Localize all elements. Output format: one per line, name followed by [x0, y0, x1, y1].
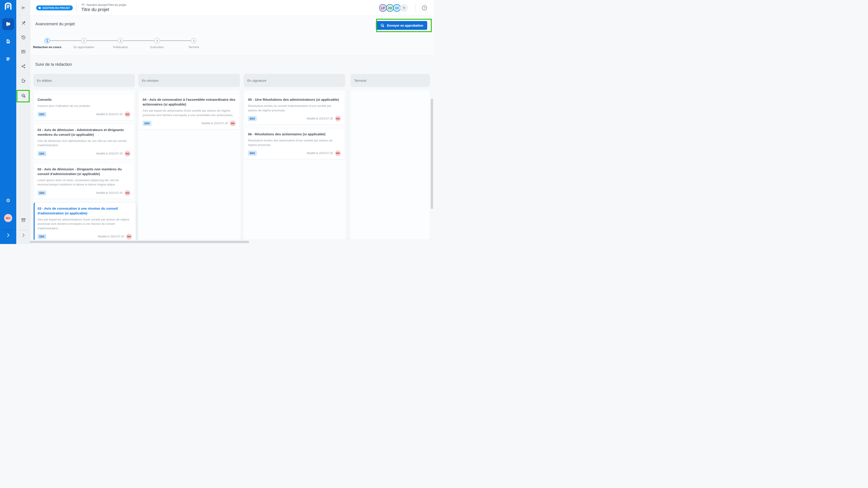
collapse-left-icon	[21, 5, 26, 11]
folder-icon	[38, 6, 41, 10]
card-description: Avis de démission d'un administrateur de…	[37, 139, 130, 148]
card-tag-badge: EDX	[37, 112, 46, 117]
card-tag-badge: EDX	[37, 151, 46, 156]
secondary-sidebar-divider	[19, 230, 28, 230]
column-header: Terminé	[350, 74, 430, 87]
card-tag-badge: EDX	[248, 151, 257, 156]
progress-step-3[interactable]: 3Publication	[102, 38, 139, 49]
list-icon	[5, 56, 11, 63]
export-icon	[21, 78, 26, 84]
sidebar-item-documents[interactable]	[0, 37, 16, 47]
share-button[interactable]	[16, 62, 30, 72]
card-modified-date: Modifié le 2023-07-20	[202, 122, 228, 125]
card-modified-date: Modifié le 2023-07-20	[96, 191, 123, 195]
collapse-sidebar-button[interactable]	[16, 3, 30, 13]
progress-stepper: Rédaction en cours2En approbation3Public…	[30, 16, 434, 55]
expand-secondary-rail-button[interactable]	[16, 231, 30, 240]
avatar-jw[interactable]: JW	[386, 4, 394, 12]
card-title: 02 - Avis de démission - Dirigeants non …	[37, 167, 130, 176]
card-modified-date: Modifié le 2023-07-20	[98, 235, 124, 238]
gear-icon: ⚙	[6, 198, 10, 203]
breadcrumb-text: Numéro dossier/Titre du projet	[87, 3, 126, 6]
document-card[interactable]: 02 - Avis de démission - Dirigeants non …	[34, 163, 134, 199]
step-number: 5	[191, 38, 196, 43]
card-footer: EDXModifié le 2023-07-20MA	[37, 190, 130, 196]
horizontal-scrollbar[interactable]	[30, 241, 249, 243]
app-logo[interactable]	[4, 2, 13, 11]
card-meta: Modifié le 2023-07-20MA	[307, 116, 341, 122]
step-number: 3	[118, 38, 123, 43]
card-description: Résolutions écrites des actionnaires d'u…	[248, 138, 341, 147]
history-icon	[21, 35, 26, 41]
project-tag-badge[interactable]: GESTION DU PROJET	[36, 5, 73, 10]
progress-step-2[interactable]: 2En approbation	[66, 38, 102, 49]
card-tag-badge: EDX	[248, 116, 257, 121]
share-icon	[21, 64, 26, 70]
review-notes-button[interactable]	[16, 47, 30, 57]
add-collaborator-button[interactable]: +	[400, 4, 408, 12]
approval-icon	[21, 93, 26, 99]
project-progress-section: Avancement du projet Envoyer en approbat…	[30, 16, 434, 55]
avatar-sk[interactable]: SK	[393, 4, 401, 12]
card-owner-avatar[interactable]: MA	[125, 151, 130, 157]
sidebar-item-projects-active[interactable]	[2, 18, 14, 30]
tools-button[interactable]	[16, 19, 30, 29]
hourglass-icon	[44, 38, 50, 43]
card-owner-avatar[interactable]: MA	[126, 234, 132, 239]
card-title: 06 - Résolutions des actionnaires (si ap…	[248, 132, 341, 136]
card-tag-badge: EDX	[37, 191, 46, 195]
kanban-column-3: En signature05 - 1ère Résolutions des ad…	[244, 74, 345, 240]
vertical-scrollbar[interactable]	[431, 99, 433, 209]
card-tag-badge: EDX	[37, 234, 46, 239]
step-label: Rédaction en cours	[29, 45, 66, 49]
document-card[interactable]: 01 - Avis de démission - Administrateurs…	[34, 124, 134, 160]
sidebar-item-lists[interactable]	[0, 55, 16, 64]
card-owner-avatar[interactable]: MA	[230, 121, 236, 126]
progress-step-5[interactable]: 5Terminé	[176, 38, 212, 49]
column-body: 04 - Avis de convocation à l'assemblée e…	[138, 90, 240, 240]
document-card[interactable]: 05 - 1ère Résolutions des administrateur…	[244, 94, 345, 125]
secondary-sidebar	[16, 0, 30, 244]
kanban-column-2: En révision04 - Avis de convocation à l'…	[138, 74, 240, 240]
send-approval-shortcut-button[interactable]	[16, 91, 30, 101]
history-button[interactable]	[16, 33, 30, 43]
avatar-lp[interactable]: LP	[379, 4, 387, 12]
document-card[interactable]: 04 - Avis de convocation à l'assemblée e…	[139, 94, 240, 129]
step-label: En approbation	[66, 45, 102, 49]
help-button[interactable]: ?	[422, 5, 427, 10]
breadcrumb[interactable]: Numéro dossier/Titre du projet	[81, 3, 126, 7]
column-divider	[348, 90, 348, 240]
document-card[interactable]: ConseilsAstuces pour l'utilisation de no…	[34, 94, 134, 121]
column-body	[350, 90, 430, 240]
card-owner-avatar[interactable]: MA	[125, 190, 130, 196]
column-body: 05 - 1ère Résolutions des administrateur…	[244, 90, 345, 240]
kanban-board: En éditionConseilsAstuces pour l'utilisa…	[33, 74, 434, 240]
card-owner-avatar[interactable]: MA	[125, 111, 130, 117]
card-modified-date: Modifié le 2023-07-20	[96, 113, 123, 116]
export-button[interactable]	[16, 76, 30, 86]
card-modified-date: Modifié le 2023-07-20	[307, 117, 333, 120]
sidebar-item-settings[interactable]: ⚙	[0, 196, 16, 205]
expand-primary-rail-button[interactable]	[0, 231, 16, 240]
card-meta: Modifié le 2023-07-20MA	[98, 234, 132, 239]
progress-step-4[interactable]: 4Exécution	[139, 38, 176, 49]
progress-step-1[interactable]: Rédaction en cours	[29, 38, 66, 49]
card-title: 05 - 1ère Résolutions des administrateur…	[248, 97, 341, 102]
card-description: Astuces pour l'utilisation de nos produi…	[37, 104, 130, 108]
card-footer: EDXModifié le 2023-07-20MA	[37, 111, 130, 117]
archive-icon	[21, 218, 26, 224]
card-footer: EDXModifié le 2023-07-20MA	[37, 151, 130, 157]
card-meta: Modifié le 2023-07-20MA	[307, 150, 341, 156]
card-footer: EDXModifié le 2023-07-20MA	[143, 121, 236, 126]
project-management-app: ⚙ MA GESTION DU PROJET Numéro dossier/Ti…	[0, 0, 434, 244]
card-description: Avis par lequel les administrateurs d'un…	[37, 217, 132, 231]
user-avatar[interactable]: MA	[4, 214, 12, 222]
document-card[interactable]: 03 - Avis de convocation à une réunion d…	[34, 202, 136, 240]
card-owner-avatar[interactable]: MA	[335, 150, 341, 156]
document-card[interactable]: 06 - Résolutions des actionnaires (si ap…	[244, 128, 345, 159]
card-owner-avatar[interactable]: MA	[335, 116, 341, 122]
primary-sidebar: ⚙ MA	[0, 0, 16, 244]
step-label: Terminé	[176, 45, 212, 49]
folder-icon	[5, 21, 11, 28]
archive-button[interactable]	[16, 216, 30, 225]
